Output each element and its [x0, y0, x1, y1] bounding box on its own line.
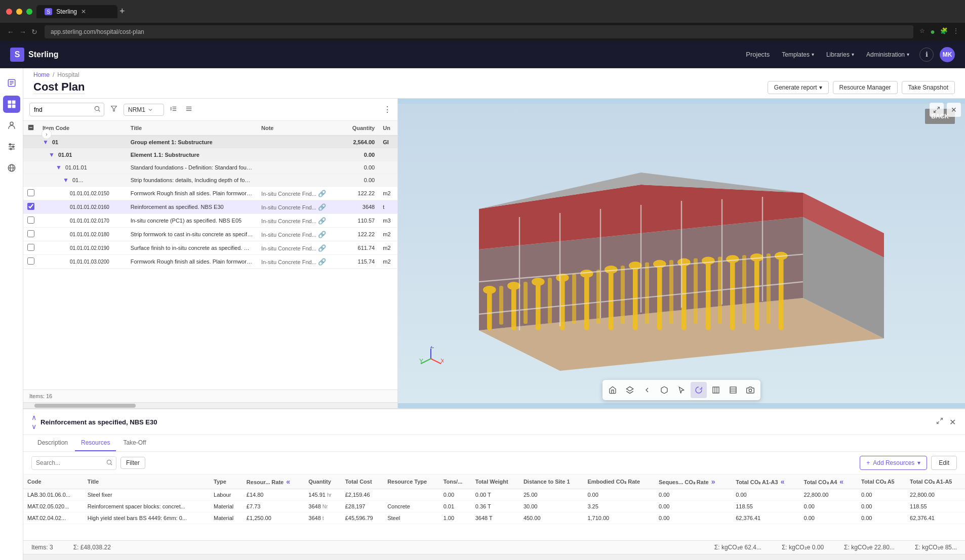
row-checkbox-cell[interactable]: [23, 187, 38, 200]
bookmark-icon[interactable]: ☆: [919, 27, 925, 36]
breadcrumb-home[interactable]: Home: [33, 71, 50, 78]
vt-rotate-btn[interactable]: [691, 382, 707, 398]
viewer-expand-btn[interactable]: [930, 103, 944, 117]
table-row[interactable]: 01.01.01.02.0150 Formwork Rough finish a…: [23, 187, 397, 200]
row-checkbox[interactable]: [27, 230, 34, 237]
tab-resources[interactable]: Resources: [75, 435, 116, 451]
back-btn[interactable]: ←: [6, 27, 15, 37]
nrm-select[interactable]: NRM1: [124, 104, 164, 116]
vt-layers-btn[interactable]: [622, 382, 638, 398]
table-row[interactable]: 01.01.01.03.0200 Formwork Rough finish a…: [23, 255, 397, 269]
resources-filter-btn[interactable]: Filter: [120, 457, 145, 469]
collapse-down-icon[interactable]: ∨: [31, 422, 36, 430]
vt-back-btn[interactable]: [639, 382, 655, 398]
row-checkbox[interactable]: [27, 203, 34, 210]
win-min-btn[interactable]: [16, 9, 22, 15]
row-checkbox[interactable]: [27, 257, 34, 265]
row-checkbox[interactable]: [27, 217, 34, 224]
win-close-btn[interactable]: [6, 9, 12, 15]
row-title[interactable]: Standard foundations - Definition: Stand…: [127, 161, 257, 174]
list-item[interactable]: MAT.02.05.020... Reinforcement spacer bl…: [23, 501, 965, 512]
viewer-close-btn[interactable]: ✕: [947, 103, 961, 117]
active-tab[interactable]: S Sterling ✕: [36, 5, 117, 18]
link-icon[interactable]: 🔗: [318, 244, 326, 252]
expand-co2-a1a3-btn[interactable]: «: [780, 478, 786, 486]
detail-close-btn[interactable]: ✕: [948, 416, 957, 428]
row-checkbox-cell[interactable]: [23, 214, 38, 228]
tab-description[interactable]: Description: [31, 435, 74, 451]
vt-home-btn[interactable]: [605, 382, 621, 398]
row-title[interactable]: Formwork Rough finish all sides. Plain f…: [127, 255, 257, 269]
nav-projects[interactable]: Projects: [746, 51, 770, 58]
tab-takeoff[interactable]: Take-Off: [117, 435, 152, 451]
row-checkbox-cell[interactable]: [23, 228, 38, 241]
add-resources-btn[interactable]: + Add Resources ▾: [860, 456, 927, 470]
resources-search-btn[interactable]: [103, 457, 116, 469]
nav-libraries[interactable]: Libraries ▾: [826, 51, 854, 58]
sort-icon-btn[interactable]: [168, 103, 179, 116]
new-tab-btn[interactable]: +: [119, 6, 125, 17]
row-title[interactable]: Strip formwork to cast in-situ concrete …: [127, 228, 257, 241]
link-icon[interactable]: 🔗: [318, 258, 326, 266]
expand-icon[interactable]: ▼: [63, 177, 69, 184]
sidebar-icon-globe[interactable]: [3, 159, 20, 177]
tab-close-icon[interactable]: ✕: [81, 8, 86, 15]
row-checkbox[interactable]: [27, 244, 34, 251]
row-checkbox-cell[interactable]: [23, 241, 38, 255]
table-h-scrollbar[interactable]: [23, 402, 397, 408]
vt-box-btn[interactable]: [656, 382, 672, 398]
vt-cube-side-btn[interactable]: [725, 382, 741, 398]
expand-rate-btn[interactable]: «: [285, 478, 291, 486]
user-avatar[interactable]: MK: [940, 47, 955, 62]
row-checkbox-cell[interactable]: [23, 255, 38, 269]
table-row[interactable]: 01.01.01.02.0170 In-situ concrete (PC1) …: [23, 214, 397, 228]
link-icon[interactable]: 🔗: [318, 231, 326, 238]
refresh-btn[interactable]: ↻: [30, 27, 38, 37]
expand-icon[interactable]: ▼: [43, 139, 49, 146]
row-title[interactable]: Reinforcement as specified. NBS E30: [127, 200, 257, 214]
row-title[interactable]: In-situ concrete (PC1) as specified. NBS…: [127, 214, 257, 228]
columns-icon-btn[interactable]: [183, 103, 194, 116]
search-input[interactable]: [30, 104, 91, 115]
expand-seques-btn[interactable]: »: [710, 478, 716, 486]
expand-icon[interactable]: ▼: [49, 151, 55, 158]
list-item[interactable]: LAB.30.01.06.0... Steel fixer Labour £14…: [23, 489, 965, 501]
search-submit-btn[interactable]: [91, 103, 104, 116]
row-title[interactable]: Strip foundations: details, Including de…: [127, 174, 257, 187]
take-snapshot-btn[interactable]: Take Snapshot: [902, 81, 955, 94]
row-title[interactable]: Group element 1: Substructure: [127, 136, 257, 149]
link-icon[interactable]: 🔗: [318, 190, 326, 197]
row-checkbox-cell[interactable]: [23, 200, 38, 214]
nav-administration[interactable]: Administration ▾: [866, 51, 909, 58]
info-button[interactable]: ℹ: [919, 48, 934, 62]
sidebar-icon-person[interactable]: [3, 117, 20, 134]
generate-report-btn[interactable]: Generate report ▾: [768, 81, 829, 94]
row-title[interactable]: Element 1.1: Substructure: [127, 149, 257, 161]
table-row[interactable]: 01.01.01.02.0180 Strip formwork to cast …: [23, 228, 397, 241]
table-row[interactable]: 01.01.01.02.0190 Surface finish to in-si…: [23, 241, 397, 255]
vt-cube-front-btn[interactable]: [708, 382, 724, 398]
resource-manager-btn[interactable]: Resource Manager: [833, 81, 898, 94]
expand-icon[interactable]: ▼: [56, 164, 62, 171]
resources-h-scrollbar[interactable]: [23, 554, 965, 560]
forward-btn[interactable]: →: [18, 27, 27, 37]
row-checkbox[interactable]: [27, 189, 34, 196]
link-icon[interactable]: 🔗: [318, 203, 326, 211]
collapse-up-icon[interactable]: ∧: [31, 413, 36, 421]
table-row[interactable]: 01.01.01.02.0160 Reinforcement as specif…: [23, 200, 397, 214]
link-icon[interactable]: 🔗: [318, 217, 326, 225]
row-title[interactable]: Surface finish to in-situ concrete as sp…: [127, 241, 257, 255]
table-more-btn[interactable]: ⋮: [383, 105, 391, 114]
row-title[interactable]: Formwork Rough finish all sides. Plain f…: [127, 187, 257, 200]
sidebar-icon-active[interactable]: [3, 96, 20, 113]
filter-btn[interactable]: [108, 103, 119, 116]
nav-templates[interactable]: Templates ▾: [782, 51, 814, 58]
list-item[interactable]: MAT.02.04.02... High yield steel bars BS…: [23, 512, 965, 524]
expand-co2-a4-btn[interactable]: «: [838, 478, 845, 486]
sidebar-icon-docs[interactable]: [3, 74, 20, 92]
sidebar-icon-sliders[interactable]: [3, 138, 20, 155]
edit-resources-btn[interactable]: Edit: [931, 456, 957, 470]
more-icon[interactable]: ⋮: [953, 27, 959, 36]
extension-icon[interactable]: 🧩: [940, 27, 948, 36]
sidebar-toggle-btn[interactable]: ›: [42, 129, 52, 139]
